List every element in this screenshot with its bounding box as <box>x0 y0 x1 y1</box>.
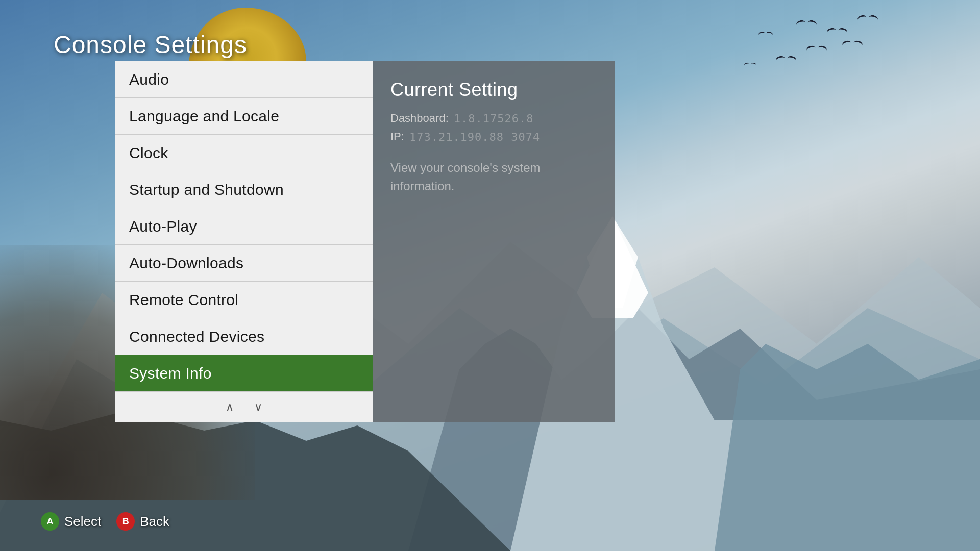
menu-item-startup-shutdown[interactable]: Startup and Shutdown <box>115 171 373 208</box>
menu-item-label-language-locale: Language and Locale <box>129 108 279 125</box>
detail-field-1: IP:173.21.190.88 3074 <box>390 130 597 143</box>
menu-item-label-remote-control: Remote Control <box>129 291 238 309</box>
detail-field-label-1: IP: <box>390 130 404 143</box>
detail-field-value-0: 1.8.17526.8 <box>454 112 534 125</box>
page-title: Console Settings <box>54 31 247 59</box>
scroll-down-arrow[interactable]: ∨ <box>249 398 267 416</box>
bottom-controls: ASelectBBack <box>41 512 169 531</box>
detail-description: View your console's system information. <box>390 159 597 195</box>
menu-item-clock[interactable]: Clock <box>115 135 373 171</box>
content-area: AudioLanguage and LocaleClockStartup and… <box>115 61 615 422</box>
detail-title: Current Setting <box>390 79 597 101</box>
main-layout: Console Settings AudioLanguage and Local… <box>0 0 980 551</box>
menu-item-label-system-info: System Info <box>129 365 212 382</box>
btn-circle-select: A <box>41 512 59 531</box>
menu-item-label-clock: Clock <box>129 144 168 162</box>
menu-item-label-startup-shutdown: Startup and Shutdown <box>129 181 284 198</box>
menu-panel: AudioLanguage and LocaleClockStartup and… <box>115 61 373 422</box>
menu-item-auto-downloads[interactable]: Auto-Downloads <box>115 245 373 282</box>
button-hints: ASelectBBack <box>41 512 169 531</box>
detail-field-value-1: 173.21.190.88 3074 <box>409 131 540 143</box>
menu-item-audio[interactable]: Audio <box>115 61 373 98</box>
menu-item-label-auto-downloads: Auto-Downloads <box>129 255 243 272</box>
detail-field-label-0: Dashboard: <box>390 112 449 125</box>
menu-item-system-info[interactable]: System Info <box>115 355 373 392</box>
menu-item-connected-devices[interactable]: Connected Devices <box>115 318 373 355</box>
menu-items-list: AudioLanguage and LocaleClockStartup and… <box>115 61 373 392</box>
btn-label-select: Select <box>64 514 101 530</box>
menu-item-auto-play[interactable]: Auto-Play <box>115 208 373 245</box>
scroll-controls: ∧ ∨ <box>115 392 373 422</box>
btn-circle-back: B <box>116 512 135 531</box>
detail-fields: Dashboard:1.8.17526.8IP:173.21.190.88 30… <box>390 112 597 143</box>
btn-label-back: Back <box>140 514 169 530</box>
detail-panel: Current Setting Dashboard:1.8.17526.8IP:… <box>373 61 615 422</box>
scroll-up-arrow[interactable]: ∧ <box>220 398 239 416</box>
menu-item-remote-control[interactable]: Remote Control <box>115 282 373 318</box>
menu-item-label-connected-devices: Connected Devices <box>129 328 264 345</box>
btn-hint-select: ASelect <box>41 512 101 531</box>
btn-hint-back: BBack <box>116 512 169 531</box>
menu-item-label-auto-play: Auto-Play <box>129 218 197 235</box>
menu-item-label-audio: Audio <box>129 71 169 88</box>
menu-item-language-locale[interactable]: Language and Locale <box>115 98 373 135</box>
detail-field-0: Dashboard:1.8.17526.8 <box>390 112 597 125</box>
